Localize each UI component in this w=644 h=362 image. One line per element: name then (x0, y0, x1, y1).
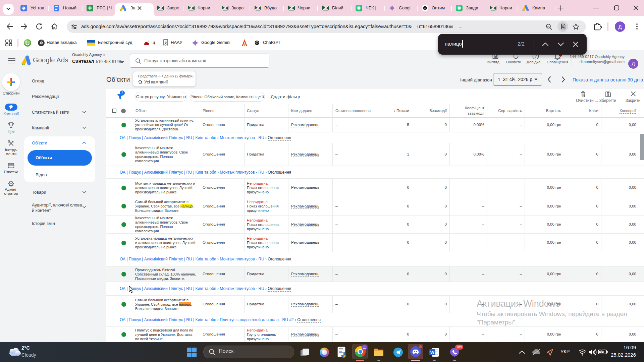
svg-text:W: W (430, 350, 435, 355)
